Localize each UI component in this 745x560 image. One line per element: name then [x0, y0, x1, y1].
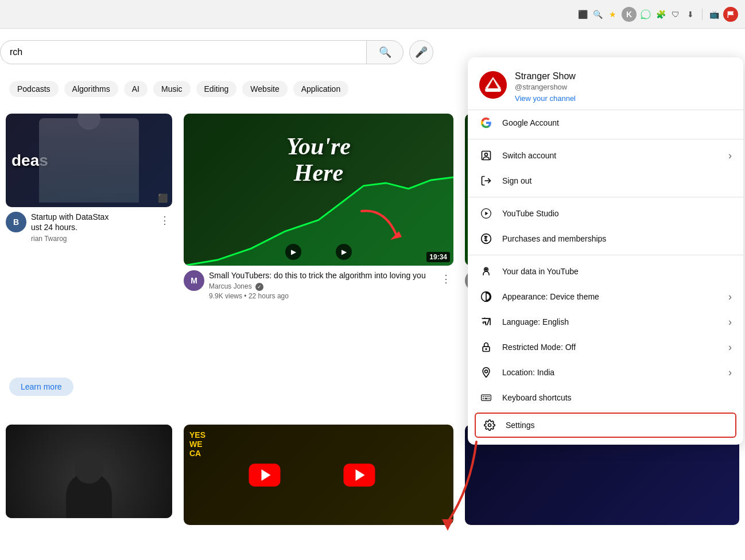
- view-channel-link[interactable]: View your channel: [515, 94, 732, 103]
- switch-account-icon: [479, 149, 493, 162]
- settings-label: Settings: [506, 421, 728, 430]
- youtube-studio-icon: [479, 207, 493, 220]
- big-play-left[interactable]: [249, 464, 281, 487]
- switch-account-arrow: ›: [728, 150, 732, 162]
- chrome-browser-bar: ⬛ 🔍 ★ K 🧩 🛡 ⬇ 📺: [0, 0, 745, 29]
- chip-podcasts[interactable]: Podcasts: [9, 81, 59, 97]
- cast-icon[interactable]: ⬛: [577, 9, 588, 20]
- divider-1: [468, 139, 743, 139]
- video-info-2: M Small YouTubers: do this to trick the …: [184, 270, 453, 300]
- language-icon: [479, 315, 493, 329]
- bookmark-icon[interactable]: ★: [607, 9, 618, 20]
- account-avatar: [479, 71, 507, 99]
- menu-item-switch-account[interactable]: Switch account ›: [468, 143, 743, 168]
- shield-icon[interactable]: 🛡: [670, 9, 681, 20]
- menu-item-appearance[interactable]: Appearance: Device theme ›: [468, 284, 743, 309]
- google-icon: [479, 116, 493, 130]
- more-options-1[interactable]: ⋮: [157, 212, 172, 242]
- divider-3: [468, 255, 743, 255]
- account-info: Stranger Show @strangershow View your ch…: [515, 71, 732, 103]
- menu-item-settings[interactable]: Settings: [475, 413, 736, 438]
- thumb-banner-text: YESWECA: [189, 430, 205, 458]
- menu-item-restricted[interactable]: Restricted Mode: Off ›: [468, 335, 743, 360]
- bottom-thumbnail-1[interactable]: [6, 425, 172, 518]
- mic-button[interactable]: 🎤: [409, 40, 433, 64]
- menu-item-sign-out[interactable]: Sign out: [468, 168, 743, 193]
- svg-marker-8: [485, 212, 488, 216]
- svg-point-5: [485, 153, 488, 156]
- settings-icon: [483, 418, 496, 432]
- thumbnail-2[interactable]: You'reHere ▶ ▶ 19:34: [184, 114, 453, 266]
- search-button[interactable]: 🔍: [366, 40, 403, 64]
- svg-point-16: [485, 370, 488, 373]
- big-play-right[interactable]: [343, 464, 375, 487]
- more-options-2[interactable]: ⋮: [439, 270, 453, 300]
- play-btn-left[interactable]: ▶: [285, 244, 301, 260]
- sign-out-label: Sign out: [502, 176, 732, 185]
- menu-item-language[interactable]: Language: English ›: [468, 309, 743, 335]
- bottom-thumbnail-2[interactable]: YESWECA: [184, 425, 453, 525]
- chip-website[interactable]: Website: [242, 81, 287, 97]
- whatsapp-icon[interactable]: [640, 9, 651, 20]
- menu-item-location[interactable]: Location: India ›: [468, 360, 743, 385]
- thumb2-text: You'reHere: [286, 133, 351, 185]
- verified-badge: ✓: [255, 283, 263, 291]
- account-handle: @strangershow: [515, 83, 732, 91]
- learn-more-container: Learn more: [9, 373, 73, 396]
- chip-algorithms[interactable]: Algorithms: [64, 81, 118, 97]
- duration-badge-2: 19:34: [426, 252, 450, 262]
- play-buttons-row: ▶ ▶: [184, 244, 453, 260]
- menu-item-your-data[interactable]: Your data in YouTube: [468, 259, 743, 284]
- account-header: Stranger Show @strangershow View your ch…: [468, 62, 743, 110]
- bottom-thumb1-bg: [6, 425, 172, 518]
- restricted-label: Restricted Mode: Off: [502, 343, 719, 352]
- divider-2: [468, 197, 743, 197]
- svg-rect-3: [485, 88, 501, 92]
- cast2-icon[interactable]: 📺: [708, 9, 720, 20]
- switch-account-label: Switch account: [502, 151, 719, 160]
- menu-item-purchases[interactable]: Purchases and memberships: [468, 226, 743, 251]
- youtube-studio-label: YouTube Studio: [502, 209, 732, 218]
- video-info-1: B Startup with DataStaxust 24 hours. ria…: [6, 212, 172, 242]
- zoom-icon[interactable]: 🔍: [592, 9, 603, 20]
- chip-music[interactable]: Music: [153, 81, 191, 97]
- svg-point-25: [488, 424, 491, 427]
- account-logo-svg: [479, 71, 507, 99]
- data-icon: [479, 265, 493, 278]
- svg-rect-17: [482, 395, 491, 400]
- video-card-bottom-2: YESWECA: [178, 419, 459, 531]
- channel-avatar-2: M: [184, 270, 204, 291]
- language-label: Language: English: [502, 317, 719, 326]
- language-arrow: ›: [728, 316, 732, 328]
- learn-more-button[interactable]: Learn more: [9, 378, 73, 396]
- red-flag-icon[interactable]: [723, 7, 738, 22]
- appearance-icon: [479, 290, 493, 304]
- chip-application[interactable]: Application: [293, 81, 349, 97]
- mic-icon: 🎤: [415, 46, 428, 59]
- play-btn-right[interactable]: ▶: [336, 244, 352, 260]
- keyboard-icon: [479, 391, 493, 405]
- chip-ai[interactable]: AI: [124, 81, 148, 97]
- video-meta-1: Startup with DataStaxust 24 hours. rian …: [31, 212, 153, 242]
- account-name: Stranger Show: [515, 71, 732, 81]
- search-input[interactable]: [0, 40, 366, 64]
- location-arrow: ›: [728, 367, 732, 379]
- location-icon: [479, 365, 493, 379]
- video-card-bottom-1: [0, 419, 178, 531]
- menu-item-keyboard[interactable]: Keyboard shortcuts: [468, 385, 743, 410]
- video-channel-2: Marcus Jones ✓: [209, 282, 434, 291]
- purchases-label: Purchases and memberships: [502, 234, 732, 243]
- thumbnail-1[interactable]: deas ⬛: [6, 114, 172, 207]
- menu-item-google-account[interactable]: Google Account: [468, 110, 743, 135]
- appearance-label: Appearance: Device theme: [502, 292, 719, 301]
- video-card-1: deas ⬛ B Startup with DataStaxust 24 hou…: [0, 108, 178, 306]
- svg-point-13: [486, 269, 487, 270]
- extensions-icon[interactable]: 🧩: [655, 9, 666, 20]
- thumb2-arrow: [350, 205, 408, 246]
- account-dropdown: Stranger Show @strangershow View your ch…: [468, 57, 743, 445]
- youtube-main: 🔍 🎤 Podcasts Algorithms AI Music Editing…: [0, 29, 745, 560]
- chip-editing[interactable]: Editing: [196, 81, 237, 97]
- menu-item-youtube-studio[interactable]: YouTube Studio: [468, 201, 743, 226]
- download-icon[interactable]: ⬇: [685, 9, 696, 20]
- profile-icon[interactable]: K: [622, 7, 637, 22]
